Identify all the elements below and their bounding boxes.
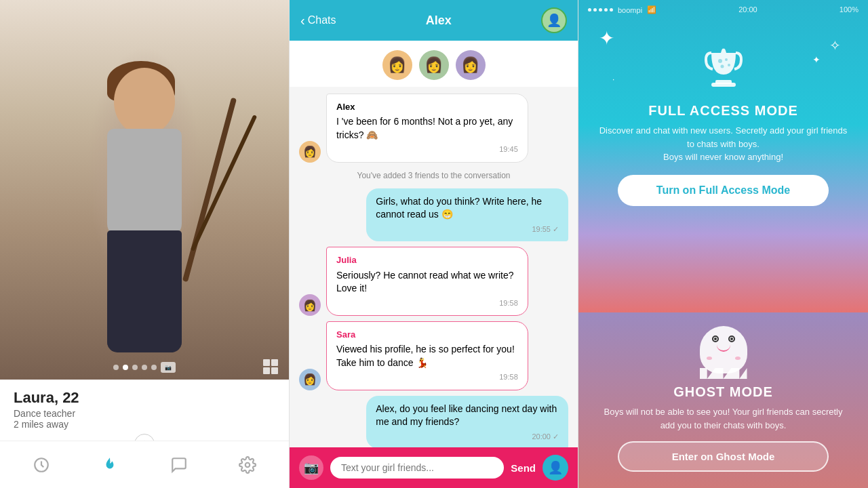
access-panel: boompi 📶 20:00 100% ✦ ✧ ✦ ·	[578, 0, 868, 488]
sender-julia: Julia	[336, 254, 518, 266]
ghost-bottom	[700, 368, 747, 379]
ghost-mode-section: GHOST MODE Boys will not be able to see …	[578, 312, 868, 488]
julia-avatar: 👩	[299, 294, 321, 316]
ghost-mouth	[717, 345, 730, 352]
message-text-julia: Seriously? He cannot read what we write?…	[336, 269, 518, 296]
message-bubble-sara: Sara Viewed his profile, he is so perfec…	[326, 321, 528, 390]
indicator-4[interactable]	[142, 365, 147, 370]
message-text-sara: Viewed his profile, he is so perfect for…	[336, 343, 518, 369]
camera-button[interactable]: 📷	[299, 455, 323, 480]
profile-image-placeholder	[0, 0, 289, 380]
person-silhouette	[56, 54, 233, 380]
profile-name: Laura, 22	[14, 389, 275, 407]
send-button[interactable]: Send	[511, 462, 536, 474]
chat-input-bar: 📷 Send 👤	[290, 447, 578, 488]
svg-point-1	[245, 462, 250, 467]
svg-rect-3	[711, 83, 736, 87]
message-time-outgoing-2: 20:00 ✓	[376, 432, 559, 442]
message-time-julia: 19:58	[336, 298, 518, 308]
group-avatar-1[interactable]: 👩	[382, 50, 412, 80]
trophy-icon	[696, 41, 751, 95]
status-bar: boompi 📶 20:00 100%	[578, 5, 868, 14]
message-time-sara: 19:58	[336, 372, 518, 382]
profile-distance: 2 miles away	[14, 419, 275, 430]
message-outgoing-1: Girls, what do you think? Write here, he…	[366, 188, 568, 242]
chat-header-avatar[interactable]: 👤	[541, 7, 567, 33]
user-button[interactable]: 👤	[542, 455, 568, 481]
sparkle-icon-2: ✧	[829, 37, 841, 54]
svg-point-6	[720, 65, 724, 68]
signal-dot-3	[599, 8, 602, 12]
camera-indicator: 📷	[161, 362, 176, 373]
message-alex: 👩 Alex I 've been for 6 months! Not a pr…	[299, 94, 568, 163]
wifi-icon: 📶	[647, 5, 656, 14]
group-avatar-2[interactable]: 👩	[419, 50, 449, 80]
full-access-section: boompi 📶 20:00 100% ✦ ✧ ✦ ·	[578, 0, 868, 312]
sparkle-icon-3: ✦	[812, 54, 821, 65]
profile-nav	[0, 441, 289, 488]
message-outgoing-2: Alex, do you feel like dancing next day …	[366, 396, 568, 447]
group-avatars: 👩 👩 👩	[290, 41, 578, 87]
message-time-outgoing-1: 19:55 ✓	[376, 224, 559, 235]
carrier-name: boompi	[618, 6, 642, 14]
message-text-outgoing-2: Alex, do you feel like dancing next day …	[376, 403, 559, 429]
ghost-eye-right	[728, 336, 735, 342]
battery-indicator: 100%	[840, 5, 859, 14]
ghost-mode-desc: Boys will not be able to see you! Your g…	[599, 405, 848, 432]
message-text-alex: I 've been for 6 months! Not a pro yet, …	[336, 115, 518, 142]
message-bubble-alex: Alex I 've been for 6 months! Not a pro …	[326, 94, 528, 163]
nav-tinder-flame[interactable]	[98, 453, 122, 477]
message-sara: 👩 Sara Viewed his profile, he is so perf…	[299, 321, 568, 390]
signal-dot-1	[588, 8, 591, 12]
back-arrow-icon: ‹	[300, 13, 305, 28]
indicator-3[interactable]	[132, 365, 138, 370]
ghost-mode-title: GHOST MODE	[673, 384, 773, 400]
indicator-5[interactable]	[151, 365, 157, 370]
indicator-1[interactable]	[113, 365, 119, 370]
chat-panel: ‹ Chats Alex 👤 👩 👩 👩 👩 Alex I 've been f…	[289, 0, 578, 488]
back-label: Chats	[308, 14, 336, 26]
sender-sara: Sara	[336, 329, 518, 341]
sparkle-icon-1: ✦	[599, 27, 614, 49]
hair-left	[182, 98, 237, 283]
full-access-desc: Discover and chat with new users. Secret…	[599, 124, 848, 164]
svg-point-5	[725, 58, 728, 61]
signal-dot-4	[604, 8, 608, 12]
ghost-eye-left	[712, 336, 719, 342]
head-shape	[114, 68, 175, 136]
signal-dot-5	[610, 8, 613, 12]
sender-alex: Alex	[336, 101, 518, 113]
system-message: You've added 3 friends to the conversati…	[299, 168, 568, 183]
sparkle-icon-4: ·	[612, 75, 614, 84]
message-input[interactable]	[330, 457, 504, 479]
body-torso	[107, 129, 182, 237]
sara-avatar: 👩	[299, 369, 321, 390]
message-julia: 👩 Julia Seriously? He cannot read what w…	[299, 247, 568, 316]
profile-panel: KING UNDER DOOR 📷 Laura, 22 Dance teache…	[0, 0, 289, 488]
full-access-title: FULL ACCESS MODE	[648, 103, 797, 119]
ghost-blush-left	[707, 357, 712, 360]
profile-job: Dance teacher	[14, 408, 275, 419]
svg-point-7	[728, 64, 730, 66]
profile-photo: KING UNDER DOOR	[0, 0, 289, 380]
status-time: 20:00	[738, 5, 757, 14]
body-pants	[107, 230, 182, 352]
chat-messages: 👩 Alex I 've been for 6 months! Not a pr…	[290, 87, 578, 447]
indicator-2[interactable]	[123, 365, 128, 370]
nav-clock[interactable]	[29, 453, 54, 477]
ghost-eyes	[712, 336, 735, 342]
nav-settings[interactable]	[235, 453, 260, 477]
svg-point-4	[718, 59, 722, 63]
signal-dot-2	[593, 8, 597, 12]
group-avatar-3[interactable]: 👩	[456, 50, 486, 80]
chat-title: Alex	[426, 14, 452, 28]
photo-indicators: 📷	[0, 362, 289, 373]
ghost-blush-right	[735, 357, 741, 360]
grid-icon[interactable]	[263, 359, 278, 374]
ghost-mode-button[interactable]: Enter on Ghost Mode	[618, 441, 829, 472]
full-access-button[interactable]: Turn on Full Access Mode	[618, 175, 829, 206]
message-text-outgoing-1: Girls, what do you think? Write here, he…	[376, 195, 559, 222]
nav-chat[interactable]	[167, 453, 191, 477]
chat-header: ‹ Chats Alex 👤	[290, 0, 578, 41]
back-button[interactable]: ‹ Chats	[300, 13, 336, 28]
